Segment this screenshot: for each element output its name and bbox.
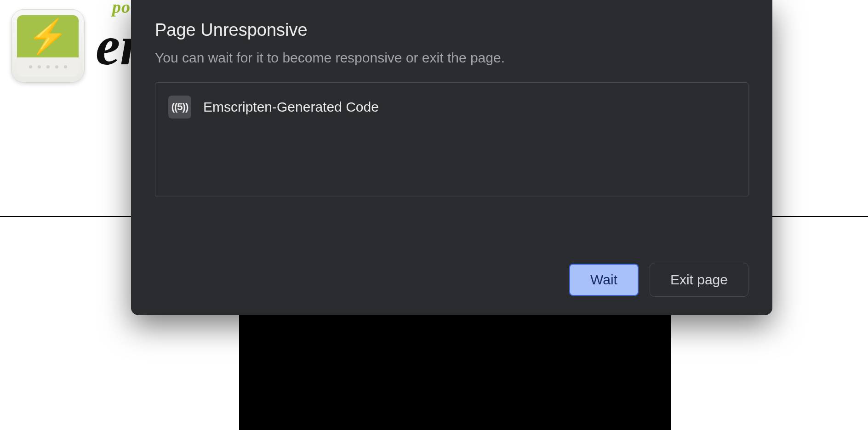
process-label: Emscripten-Generated Code <box>203 99 379 115</box>
process-row[interactable]: ((5)) Emscripten-Generated Code <box>168 96 735 119</box>
broadcast-icon: ((5)) <box>168 96 191 119</box>
dialog-title: Page Unresponsive <box>155 20 748 40</box>
logo-top: ⚡ <box>17 15 79 57</box>
dialog-buttons: Wait Exit page <box>155 246 748 297</box>
wait-button[interactable]: Wait <box>568 263 640 297</box>
dialog-subtitle: You can wait for it to become responsive… <box>155 50 748 66</box>
emscripten-logo: ⚡ <box>11 9 85 83</box>
page-unresponsive-dialog: Page Unresponsive You can wait for it to… <box>131 0 772 315</box>
logo-bottom <box>17 57 79 77</box>
lightning-bolt-icon: ⚡ <box>27 20 69 53</box>
process-list: ((5)) Emscripten-Generated Code <box>155 82 748 197</box>
page-root: ⚡ po em Fullscreen Page Unresponsive You… <box>0 0 868 430</box>
exit-page-button[interactable]: Exit page <box>650 263 748 297</box>
brand-tag: po <box>112 0 131 17</box>
